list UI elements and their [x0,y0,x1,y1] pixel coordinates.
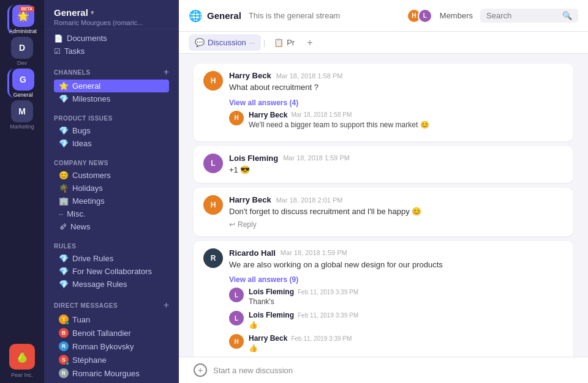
ideas-icon: 💎 [59,139,69,148]
sidebar-dm-romaric[interactable]: R Romaric Mourgues [54,366,169,380]
sidebar-item-misc[interactable]: ·· Misc. [54,207,169,220]
tab-discussion[interactable]: 💬 Discussion ··· [189,34,261,51]
pear-logo[interactable]: 🍐 [9,344,35,370]
members-button[interactable]: Members [440,11,473,20]
app-icon-label-marketing: Marketing [10,124,34,130]
channel-header: 🌐 General This is the general stream H L… [179,0,588,32]
view-answers-4[interactable]: View all answers (9) [229,275,564,284]
message-row-3: H Harry Beck Mar 18, 2018 2:01 PM Don't … [203,195,564,218]
msg-time-1: Mar 18, 2018 1:58 PM [276,72,343,80]
reply-button-3[interactable]: ↩ Reply [229,220,257,229]
meetings-icon: 🏢 [59,196,69,206]
bugs-icon: 💎 [59,126,69,135]
tasks-icon: ☑ [54,47,61,56]
thread-reply-1: H Harry Beck Mar 18, 2018 1:58 PM We'll … [229,111,564,130]
news-icon: 🗞 [59,222,67,231]
app-icon-dev[interactable]: D Dev [7,37,37,66]
msg-header-2: Lois Fleming Mar 18, 2018 1:59 PM [229,154,564,163]
channel-tabs: 💬 Discussion ··· | 📋 Pr + [179,32,588,54]
thread-author-1: Harry Beck [249,111,287,119]
dm-section: DIRECT MESSAGES + T Tuan B Benoit Tallan… [44,293,179,382]
reply-thread-1: View all answers (4) H Harry Beck Mar 18… [203,99,564,130]
search-icon: 🔍 [562,11,572,20]
thread-content-4b: Lois Fleming Feb 11, 2019 3:39 PM 👍 [249,311,564,330]
thread-avatar-harry-1: H [229,111,244,125]
sidebar-item-bugs[interactable]: 💎 Bugs [54,124,169,137]
sidebar-item-holidays[interactable]: 🌴 Holidays [54,182,169,195]
tab-pr[interactable]: 📋 Pr [268,34,301,51]
sidebar-item-meetings[interactable]: 🏢 Meetings [54,195,169,207]
customers-icon: 😊 [59,171,69,180]
sidebar-item-general[interactable]: ⭐ General [54,80,169,92]
bugs-label: Bugs [72,126,91,135]
add-tab-button[interactable]: + [303,36,316,50]
company-news-header: COMPANY NEWS [54,160,169,166]
channel-description: This is the general stream [249,11,341,20]
app-icon-label: Administrat [9,28,37,34]
sidebar-dm-tuan[interactable]: T Tuan [54,313,169,326]
sidebar-item-message-rules[interactable]: 💎 Message Rules [54,278,169,291]
sidebar-item-drive-rules[interactable]: 💎 Drive Rules [54,252,169,265]
meetings-label: Meetings [72,196,105,206]
harry-thread-avatar-2: H [229,334,244,349]
roman-avatar: R [59,341,69,351]
add-channel-button[interactable]: + [164,67,169,77]
stephane-avatar: S [59,355,69,365]
sidebar-item-new-collaborators[interactable]: 💎 For New Collaborators [54,265,169,278]
channel-header-right: H L Members 🔍 [407,9,578,23]
general-channel-icon: ⭐ [59,81,69,91]
new-collab-icon: 💎 [59,267,69,276]
user-status: Romaric Mourgues (romaric... [54,19,169,26]
msg-text-2: +1 😎 [229,164,564,176]
sidebar-shortcut-tasks[interactable]: ☑ Tasks [49,45,174,58]
benoit-avatar: B [59,328,69,338]
workspace-name[interactable]: General ▾ [54,7,169,18]
channel-name-header: General [207,10,241,21]
thread-header-4a: Lois Fleming Feb 11, 2019 3:39 PM [249,288,564,296]
app-icon-main[interactable]: G General [7,69,37,98]
thread-content-4a: Lois Fleming Feb 11, 2019 3:39 PM Thank'… [249,288,564,307]
thread-time-4c: Feb 11, 2019 3:39 PM [291,335,352,342]
stephane-label: Stéphane [72,355,107,365]
sidebar-item-news[interactable]: 🗞 News [54,220,169,233]
message-row-1: H Harry Beck Mar 18, 2018 1:58 PM What a… [203,71,564,94]
sidebar-dm-roman[interactable]: R Roman Bykovsky [54,340,169,353]
romaric-avatar: R [59,368,69,378]
msg-content-4: Ricardo Hall Mar 18, 2018 1:59 PM We are… [229,248,564,271]
product-issues-header: PRODUCT ISSUES [54,115,169,122]
sidebar-dm-stephane[interactable]: S Stéphane [54,353,169,366]
sidebar-dm-benoit[interactable]: B Benoit Tallandier [54,326,169,340]
app-icon-general[interactable]: BETA 🌟 Administrat [7,5,37,34]
view-answers-1[interactable]: View all answers (4) [229,99,564,107]
tab-more-dots: ··· [249,39,255,46]
sidebar-shortcut-documents[interactable]: 📄 Documents [49,32,174,45]
milestones-label: Milestones [72,94,110,103]
rules-header: RULES [54,243,169,250]
message-row-4: R Ricardo Hall Mar 18, 2018 1:59 PM We a… [203,248,564,271]
search-input[interactable] [486,11,559,20]
app-sidebar-bottom: 🍐 Pear Inc. [9,344,35,378]
message-row-2: L Lois Fleming Mar 18, 2018 1:59 PM +1 😎 [203,154,564,176]
rules-title: RULES [54,243,76,250]
msg-header-3: Harry Beck Mar 18, 2018 2:01 PM [229,195,564,204]
add-dm-button[interactable]: + [164,300,169,310]
messages-area: H Harry Beck Mar 18, 2018 1:58 PM What a… [179,54,588,357]
channels-section-title: CHANNELS [54,69,91,76]
pr-tab-icon: 📋 [274,38,284,47]
new-collab-label: For New Collaborators [72,267,152,276]
members-avatars: H L [407,9,432,23]
sidebar-item-ideas[interactable]: 💎 Ideas [54,137,169,150]
general-channel-label: General [72,81,100,91]
channels-section: CHANNELS + ⭐ General 💎 Milestones [44,60,179,108]
harry-beck-avatar-1: H [203,71,223,91]
lois-thread-avatar-2: L [229,311,244,325]
msg-time-4: Mar 18, 2018 1:59 PM [281,249,347,256]
sidebar-item-customers[interactable]: 😊 Customers [54,169,169,182]
sidebar-item-milestones[interactable]: 💎 Milestones [54,92,169,105]
tuan-label: Tuan [72,315,90,324]
start-discussion-bar[interactable]: + Start a new discussion [179,357,588,383]
ideas-label: Ideas [72,139,92,148]
thread-header-4b: Lois Fleming Feb 11, 2019 3:39 PM [249,311,564,319]
app-icon-marketing[interactable]: M Marketing [7,100,37,130]
thread-content-4c: Harry Beck Feb 11, 2019 3:39 PM 👍 [249,334,564,354]
